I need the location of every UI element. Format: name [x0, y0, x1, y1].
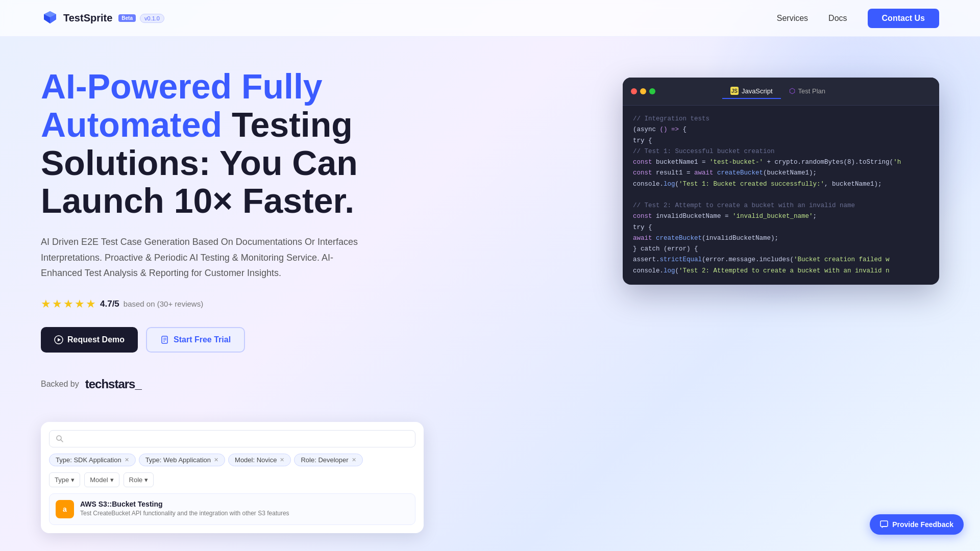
- logo-version: v0.1.0: [140, 14, 164, 23]
- remove-role-tag[interactable]: ✕: [352, 457, 356, 463]
- window-controls: [631, 88, 655, 94]
- hero-title: AI-Powered Fully Automated Testing Solut…: [41, 67, 424, 220]
- code-line-11: try {: [633, 222, 929, 233]
- code-body: // Integration tests (async () => { try …: [623, 106, 939, 285]
- play-icon: [54, 335, 63, 344]
- main-content: AI-Powered Fully Automated Testing Solut…: [0, 37, 980, 551]
- filter-tags: Type: SDK Application ✕ Type: Web Applic…: [49, 454, 415, 466]
- request-demo-button[interactable]: Request Demo: [41, 327, 138, 353]
- tab-js-label: JavaScript: [742, 87, 773, 95]
- feedback-label: Provide Feedback: [892, 520, 953, 529]
- nav-links: Services Docs Contact Us: [777, 9, 939, 28]
- aws-icon: a: [56, 500, 74, 518]
- star-2: ★: [52, 297, 62, 311]
- code-line-14: assert.strictEqual(error.message.include…: [633, 255, 929, 265]
- navbar: TestSprite Beta v0.1.0 Services Docs Con…: [0, 0, 980, 37]
- remove-model-tag[interactable]: ✕: [280, 457, 284, 463]
- nav-docs[interactable]: Docs: [828, 14, 847, 23]
- backed-by-label: Backed by: [41, 380, 79, 389]
- star-rating: ★ ★ ★ ★ ★: [41, 297, 96, 311]
- code-line-1: // Integration tests: [633, 114, 929, 124]
- filter-tag-web[interactable]: Type: Web Application ✕: [139, 454, 225, 466]
- minimize-window-control[interactable]: [640, 88, 646, 94]
- model-dropdown[interactable]: Model ▾: [84, 472, 119, 487]
- star-3: ★: [63, 297, 74, 311]
- feedback-icon: [880, 520, 888, 529]
- svg-marker-1: [58, 338, 61, 341]
- logo-text: TestSprite: [63, 12, 112, 24]
- maximize-window-control[interactable]: [649, 88, 655, 94]
- js-icon: JS: [730, 87, 739, 95]
- test-name: AWS S3::Bucket Testing: [80, 500, 289, 508]
- code-line-4: // Test 1: Successful bucket creation: [633, 146, 929, 157]
- filter-tag-model[interactable]: Model: Novice ✕: [228, 454, 291, 466]
- hero-description: AI Driven E2E Test Case Generation Based…: [41, 234, 368, 281]
- code-section: JS JavaScript ⬡ Test Plan // Integration…: [454, 78, 939, 533]
- code-line-6: const result1 = await createBucket(bucke…: [633, 168, 929, 179]
- rating-section: ★ ★ ★ ★ ★ 4.7/5 based on (30+ reviews): [41, 297, 424, 311]
- search-icon: [56, 435, 64, 443]
- code-line-12: await createBucket(invalidBucketName);: [633, 233, 929, 244]
- code-panel-header: JS JavaScript ⬡ Test Plan: [623, 78, 939, 106]
- tab-test-plan[interactable]: ⬡ Test Plan: [781, 84, 834, 99]
- filter-panel: Type: SDK Application ✕ Type: Web Applic…: [41, 422, 424, 533]
- close-window-control[interactable]: [631, 88, 637, 94]
- rating-score: 4.7/5: [100, 299, 119, 309]
- test-item-aws[interactable]: a AWS S3::Bucket Testing Test CreateBuck…: [49, 493, 415, 525]
- filter-tag-role[interactable]: Role: Developer ✕: [294, 454, 362, 466]
- plan-icon: ⬡: [789, 87, 795, 95]
- remove-web-tag[interactable]: ✕: [214, 457, 218, 463]
- remove-sdk-tag[interactable]: ✕: [125, 457, 129, 463]
- hero-section: AI-Powered Fully Automated Testing Solut…: [41, 67, 424, 533]
- code-line-9: // Test 2: Attempt to create a bucket wi…: [633, 201, 929, 211]
- filter-tag-sdk[interactable]: Type: SDK Application ✕: [49, 454, 136, 466]
- hero-title-part1: AI-Powered Fully: [41, 67, 323, 106]
- logo[interactable]: TestSprite Beta v0.1.0: [41, 9, 164, 28]
- code-panel: JS JavaScript ⬡ Test Plan // Integration…: [623, 78, 939, 285]
- svg-rect-8: [880, 521, 888, 527]
- code-line-5: const bucketName1 = 'test-bucket-' + cry…: [633, 157, 929, 168]
- code-line-10: const invalidBucketName = 'invalid_bucke…: [633, 211, 929, 222]
- cta-buttons: Request Demo Start Free Trial: [41, 327, 424, 353]
- tab-javascript[interactable]: JS JavaScript: [722, 84, 781, 99]
- type-dropdown[interactable]: Type ▾: [49, 472, 80, 487]
- code-line-2: (async () => {: [633, 124, 929, 135]
- code-line-3: try {: [633, 136, 929, 146]
- hero-title-part2: Automated: [41, 105, 222, 144]
- test-item-content: AWS S3::Bucket Testing Test CreateBucket…: [80, 500, 289, 517]
- star-1: ★: [41, 297, 51, 311]
- nav-services[interactable]: Services: [777, 14, 808, 23]
- start-free-trial-button[interactable]: Start Free Trial: [146, 327, 245, 353]
- test-desc: Test CreateBucket API functionality and …: [80, 510, 289, 517]
- techstars-logo: techstars_: [85, 377, 141, 391]
- code-line-7: console.log('Test 1: Bucket created succ…: [633, 179, 929, 190]
- logo-icon: [41, 9, 59, 28]
- svg-line-7: [61, 440, 63, 442]
- code-line-13: } catch (error) {: [633, 244, 929, 255]
- rating-text: based on (30+ reviews): [124, 299, 203, 308]
- filter-dropdowns: Type ▾ Model ▾ Role ▾: [49, 472, 415, 487]
- code-tabs: JS JavaScript ⬡ Test Plan: [722, 84, 834, 99]
- code-line-15: console.log('Test 2: Attempted to create…: [633, 266, 929, 277]
- provide-feedback-button[interactable]: Provide Feedback: [870, 514, 964, 535]
- star-4: ★: [75, 297, 85, 311]
- star-5: ★: [86, 297, 96, 311]
- role-dropdown[interactable]: Role ▾: [124, 472, 154, 487]
- logo-badge: Beta: [118, 14, 136, 22]
- document-icon: [160, 335, 169, 344]
- contact-us-button[interactable]: Contact Us: [868, 9, 939, 28]
- code-line-8: [633, 190, 929, 201]
- search-bar[interactable]: [49, 430, 415, 447]
- backed-by-section: Backed by techstars_: [41, 377, 424, 391]
- tab-plan-label: Test Plan: [798, 87, 825, 95]
